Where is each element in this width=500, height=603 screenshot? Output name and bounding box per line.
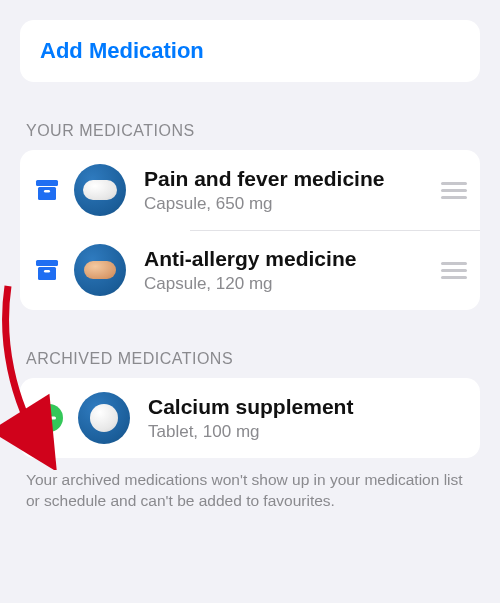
archived-medications-card: Calcium supplement Tablet, 100 mg <box>20 378 480 458</box>
svg-rect-2 <box>44 190 50 192</box>
svg-rect-1 <box>38 187 56 200</box>
medication-name: Calcium supplement <box>148 394 468 419</box>
medication-name: Pain and fever medicine <box>144 166 432 191</box>
add-medication-label: Add Medication <box>40 38 460 64</box>
pill-badge <box>78 392 130 444</box>
svg-rect-4 <box>38 267 56 280</box>
svg-rect-0 <box>36 180 58 186</box>
medication-row[interactable]: Anti-allergy medicine Capsule, 120 mg <box>20 230 480 310</box>
capsule-icon <box>84 261 116 279</box>
add-medication-button[interactable]: Add Medication <box>20 20 480 82</box>
medication-detail: Tablet, 100 mg <box>148 422 468 442</box>
archived-medications-header: ARCHIVED MEDICATIONS <box>26 350 480 368</box>
pill-badge <box>74 164 126 216</box>
medication-name: Anti-allergy medicine <box>144 246 432 271</box>
medication-text: Anti-allergy medicine Capsule, 120 mg <box>144 246 432 293</box>
unarchive-button[interactable] <box>34 403 64 433</box>
row-divider <box>190 230 480 231</box>
medication-row[interactable]: Pain and fever medicine Capsule, 650 mg <box>20 150 480 230</box>
your-medications-header: YOUR MEDICATIONS <box>26 122 480 140</box>
svg-rect-5 <box>44 270 50 272</box>
drag-handle-icon[interactable] <box>440 262 468 279</box>
archive-icon[interactable] <box>34 179 60 201</box>
medication-text: Calcium supplement Tablet, 100 mg <box>148 394 468 441</box>
medication-detail: Capsule, 120 mg <box>144 274 432 294</box>
pill-badge <box>74 244 126 296</box>
medication-detail: Capsule, 650 mg <box>144 194 432 214</box>
svg-rect-3 <box>36 260 58 266</box>
svg-rect-8 <box>47 411 50 425</box>
archived-footnote: Your archived medications won't show up … <box>26 470 474 512</box>
medication-row[interactable]: Calcium supplement Tablet, 100 mg <box>20 378 480 458</box>
archive-icon[interactable] <box>34 259 60 281</box>
your-medications-card: Pain and fever medicine Capsule, 650 mg … <box>20 150 480 310</box>
drag-handle-icon[interactable] <box>440 182 468 199</box>
tablet-icon <box>90 404 118 432</box>
medication-text: Pain and fever medicine Capsule, 650 mg <box>144 166 432 213</box>
capsule-icon <box>83 180 117 200</box>
